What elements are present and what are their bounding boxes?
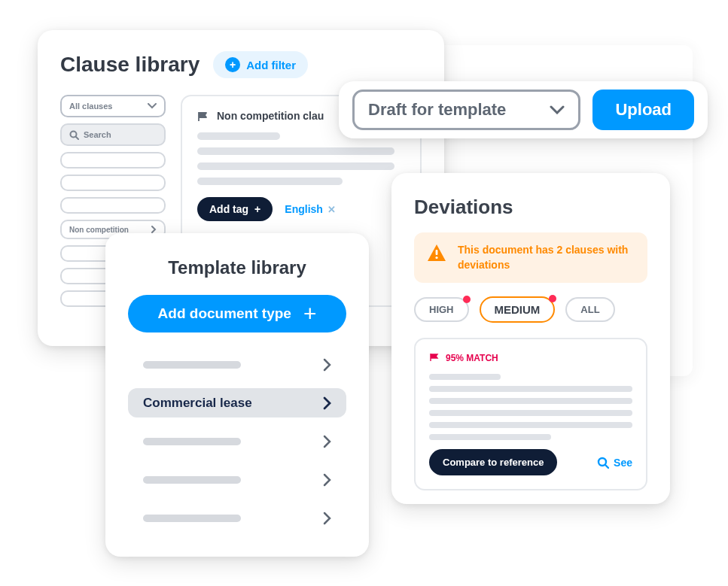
compare-label: Compare to reference xyxy=(443,457,544,468)
text-skeleton xyxy=(429,422,632,428)
filter-medium[interactable]: MEDIUM xyxy=(480,296,556,323)
template-row[interactable] xyxy=(128,351,346,380)
flag-icon xyxy=(429,351,440,365)
search-input[interactable]: Search xyxy=(60,123,166,146)
language-label: English xyxy=(285,203,323,215)
clause-type-select[interactable]: All clauses xyxy=(60,95,166,117)
template-row-commercial-lease[interactable]: Commercial lease xyxy=(128,388,346,417)
draft-select-label: Draft for template xyxy=(368,100,506,120)
add-tag-button[interactable]: Add tag + xyxy=(197,197,273,221)
language-tag[interactable]: English ✕ xyxy=(285,203,336,215)
deviations-card: Deviations This document has 2 clauses w… xyxy=(391,173,670,504)
text-skeleton xyxy=(429,410,632,416)
template-library-card: Template library Add document type + Com… xyxy=(105,233,369,557)
warning-icon xyxy=(426,243,447,266)
deviations-title: Deviations xyxy=(414,196,647,219)
list-item[interactable] xyxy=(60,175,166,191)
text-skeleton xyxy=(143,361,241,369)
chevron-down-icon xyxy=(550,105,565,114)
template-row[interactable] xyxy=(128,465,346,494)
text-skeleton xyxy=(429,398,632,404)
filter-label: HIGH xyxy=(429,304,454,315)
upload-label: Upload xyxy=(615,100,672,120)
chevron-down-icon xyxy=(148,103,157,109)
chevron-right-icon xyxy=(151,226,157,233)
list-item[interactable] xyxy=(60,152,166,169)
filter-label: ALL xyxy=(580,304,599,315)
svg-line-1 xyxy=(76,137,78,139)
see-link[interactable]: See xyxy=(597,457,632,469)
clause-select-label: All clauses xyxy=(69,102,112,111)
text-skeleton xyxy=(429,374,501,380)
list-item[interactable] xyxy=(60,197,166,214)
text-skeleton xyxy=(429,386,632,392)
see-label: See xyxy=(614,457,632,469)
alert-text: This document has 2 clauses with deviati… xyxy=(458,243,635,272)
add-filter-label: Add filter xyxy=(246,59,296,71)
template-row-label: Commercial lease xyxy=(143,396,252,411)
svg-point-3 xyxy=(435,257,437,259)
search-icon xyxy=(597,457,609,469)
template-row[interactable] xyxy=(128,427,346,456)
draft-template-select[interactable]: Draft for template xyxy=(352,90,580,130)
chevron-right-icon xyxy=(323,473,331,487)
chevron-right-icon xyxy=(323,435,331,448)
svg-rect-2 xyxy=(436,250,438,255)
indicator-dot xyxy=(549,295,556,302)
clause-detail-title: Non competition clau xyxy=(217,110,324,122)
indicator-dot xyxy=(463,296,471,303)
text-skeleton xyxy=(197,162,394,170)
filter-high[interactable]: HIGH xyxy=(414,297,469,322)
template-library-title: Template library xyxy=(168,257,306,278)
filter-label: MEDIUM xyxy=(495,303,541,316)
sidebar-item-label: Non competition xyxy=(69,226,129,234)
template-row[interactable] xyxy=(128,503,346,533)
chevron-right-icon xyxy=(323,512,331,525)
filter-all[interactable]: ALL xyxy=(565,297,614,322)
chevron-right-icon xyxy=(323,358,331,372)
clause-library-title: Clause library xyxy=(60,53,200,77)
match-panel: 95% MATCH Compare to reference See xyxy=(414,338,647,490)
flag-icon xyxy=(197,111,209,120)
text-skeleton xyxy=(143,438,241,445)
search-placeholder: Search xyxy=(84,130,111,139)
add-filter-button[interactable]: + Add filter xyxy=(213,51,308,78)
text-skeleton xyxy=(429,434,551,440)
action-bar: Draft for template Upload xyxy=(339,81,708,138)
upload-button[interactable]: Upload xyxy=(592,90,694,130)
add-doc-label: Add document type xyxy=(158,305,291,322)
text-skeleton xyxy=(197,132,280,140)
chevron-right-icon xyxy=(323,396,331,410)
add-tag-label: Add tag xyxy=(209,203,248,215)
text-skeleton xyxy=(143,515,241,522)
match-percentage: 95% MATCH xyxy=(446,353,498,363)
search-icon xyxy=(69,130,79,140)
text-skeleton xyxy=(197,147,394,155)
plus-icon: + xyxy=(225,57,240,72)
add-document-type-button[interactable]: Add document type + xyxy=(128,295,346,332)
compare-button[interactable]: Compare to reference xyxy=(429,449,557,475)
deviation-filters: HIGH MEDIUM ALL xyxy=(414,296,647,323)
svg-line-5 xyxy=(605,465,608,468)
plus-icon: + xyxy=(303,302,317,325)
deviations-alert: This document has 2 clauses with deviati… xyxy=(414,232,647,283)
close-icon[interactable]: ✕ xyxy=(327,204,336,215)
text-skeleton xyxy=(143,476,241,484)
plus-icon: + xyxy=(254,203,260,215)
text-skeleton xyxy=(197,178,343,185)
